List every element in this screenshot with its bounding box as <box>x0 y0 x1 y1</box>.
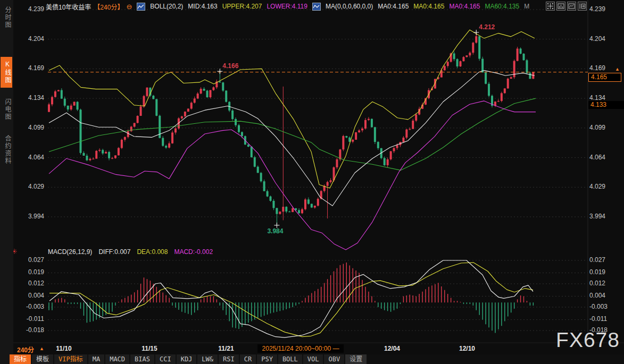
indicator-tab-VIP指标[interactable]: VIP指标 <box>54 354 87 364</box>
chart-application: 分时图K线图闪电图合约资料 美债10年收益率 【240分】 ⊖ BOLL(20,… <box>0 0 624 364</box>
price-axis-label-left: 4.099 <box>13 124 44 131</box>
last-price-tag[interactable]: 4.165 <box>588 73 621 82</box>
price-axis-label-left: 4.064 <box>13 154 44 161</box>
ma-value-2: MA0:4.165 <box>449 3 480 10</box>
price-axis-label-right: 4.099 <box>589 124 605 131</box>
macd-axis-label-right: 0.027 <box>589 256 605 264</box>
indicator-tab-模板[interactable]: 模板 <box>32 354 53 364</box>
indicator-tab-OBV[interactable]: OBV <box>324 354 344 364</box>
price-axis-label-left: 4.239 <box>13 5 44 13</box>
boll-lower-value: LOWER:4.119 <box>267 3 307 10</box>
indicator-header: 美债10年收益率 【240分】 ⊖ BOLL(20,2) MID:4.163 U… <box>46 2 529 11</box>
price-chart-canvas[interactable] <box>0 0 624 364</box>
time-axis: 240分 ▲ 2025/11/24 20:00~00:00 — 11/1011/… <box>0 343 624 354</box>
symbol-title: 美债10年收益率 <box>46 2 91 11</box>
period-expand-icon[interactable]: ▲ <box>39 346 44 351</box>
crosshair-date-label: 2025/11/24 20:00~00:00 — <box>257 344 344 353</box>
macd-axis-label-right: 0.012 <box>589 280 605 287</box>
price-axis-label-left: 4.029 <box>13 183 44 190</box>
price-axis-label-left: 3.994 <box>13 213 44 220</box>
chart-toolbar <box>546 2 587 11</box>
indicator-tab-CR[interactable]: CR <box>240 354 256 364</box>
switch-pane-icon[interactable] <box>567 2 576 11</box>
indicator-tab-BOLL[interactable]: BOLL <box>278 354 302 364</box>
header-suffix: M <box>524 3 529 10</box>
ma-value-0: MA0:4.165 <box>378 3 409 10</box>
boll-chart-icon <box>137 3 145 11</box>
time-axis-label: 11/15 <box>142 345 157 352</box>
indicator-tab-PSY[interactable]: PSY <box>257 354 277 364</box>
boll-mid-line <box>49 71 535 206</box>
macd-axis-label-right: 0.004 <box>589 292 605 299</box>
macd-axis-label-right: -0.011 <box>589 315 607 323</box>
macd-axis-label-left: 0.019 <box>13 268 44 276</box>
indicator-tab-MA[interactable]: MA <box>88 354 104 364</box>
macd-label: MACD(26,12,9) <box>48 248 92 256</box>
price-axis-label-right: 4.029 <box>589 183 605 190</box>
indicator-tab-设置[interactable]: 设置 <box>345 354 367 364</box>
indicator-tab-指标[interactable]: 指标 <box>10 354 31 364</box>
macd-axis-label-right: 0.019 <box>589 268 605 276</box>
macd-diff-value: DIFF:0.007 <box>98 248 130 256</box>
time-axis-label: 11/21 <box>218 345 234 352</box>
macd-axis-label-left: 0.012 <box>13 280 44 287</box>
ma-label: MA(0,0,0,60,0,0) <box>326 3 373 10</box>
ma-values: MA0:4.165MA0:4.165MA0:4.165MA60:4.135 <box>378 3 519 10</box>
sidebar-tab-合约资料[interactable]: 合约资料 <box>1 131 12 168</box>
macd-header: MACD(26,12,9) DIFF:0.007 DEA:0.008 MACD:… <box>48 248 213 256</box>
sidebar-tab-分时图[interactable]: 分时图 <box>1 3 12 32</box>
price-axis-label-right: 3.994 <box>589 213 605 220</box>
ma60-line <box>49 98 536 170</box>
time-axis-label: 12/10 <box>459 345 475 352</box>
sidebar: 分时图K线图闪电图合约资料 <box>0 0 13 364</box>
price-up-arrow-icon: ▲ <box>615 66 620 72</box>
sidebar-tab-闪电图[interactable]: 闪电图 <box>1 95 12 124</box>
boll-mid-value: MID:4.163 <box>188 3 217 10</box>
collapse-indicator-icon[interactable]: ⊖ <box>126 3 132 11</box>
indicator-tab-BIAS[interactable]: BIAS <box>130 354 154 364</box>
macd-dea-value: DEA:0.008 <box>137 248 168 256</box>
time-axis-label: 12/04 <box>384 345 400 352</box>
boll-lower-line <box>49 101 536 250</box>
macd-diff-line <box>49 260 533 337</box>
period-badge[interactable]: 【240分】 <box>94 2 123 11</box>
ma-value-3: MA60:4.135 <box>485 3 519 10</box>
brand-watermark: FX678 <box>556 328 620 352</box>
macd-axis-label-left: -0.011 <box>13 315 44 323</box>
high-price-annotation: 4.212 <box>479 23 495 31</box>
time-axis-label: 11/10 <box>56 345 71 352</box>
price-axis-label-right: 4.204 <box>589 35 605 43</box>
macd-axis-label-left: -0.003 <box>13 303 44 310</box>
collapse-right-panel-icon[interactable] <box>578 2 587 11</box>
indicator-tab-CCI[interactable]: CCI <box>155 354 176 364</box>
add-indicator-pane-icon[interactable] <box>556 2 565 11</box>
high-price-annotation: 4.166 <box>222 62 238 70</box>
macd-axis-label-right: -0.003 <box>589 303 608 310</box>
macd-value: MACD:-0.002 <box>174 248 213 256</box>
candlestick-series <box>48 32 534 225</box>
indicator-tab-RSI[interactable]: RSI <box>219 354 239 364</box>
gridlines <box>13 0 624 343</box>
price-axis-label-right: 4.239 <box>589 5 605 13</box>
price-axis-label-right: 4.169 <box>589 64 605 72</box>
macd-axis-label-left: 0.027 <box>13 256 44 264</box>
indicator-tab-LW&[interactable]: LW& <box>197 354 218 364</box>
ma60-price-tag: 4.133 <box>588 101 624 109</box>
crosshair-tool-icon[interactable] <box>546 2 555 11</box>
indicator-tab-VOL[interactable]: VOL <box>303 354 323 364</box>
extreme-markers <box>217 30 479 228</box>
indicator-tab-KDJ[interactable]: KDJ <box>177 354 197 364</box>
sidebar-tab-K线图[interactable]: K线图 <box>1 57 12 88</box>
period-label[interactable]: 240分 <box>17 345 34 354</box>
macd-axis-label-left: 0.004 <box>13 292 44 299</box>
price-axis-label-left: 4.169 <box>13 64 44 72</box>
price-axis-label-right: 4.064 <box>589 154 605 161</box>
boll-upper-value: UPPER:4.207 <box>222 3 262 10</box>
macd-axis-label-left: -0.018 <box>13 326 44 334</box>
price-axis-label-left: 4.134 <box>13 94 44 101</box>
indicator-tabbar: 指标模板VIP指标MAMACDBIASCCIKDJLW&RSICRPSYBOLL… <box>10 354 624 364</box>
indicator-tab-MACD[interactable]: MACD <box>105 354 129 364</box>
ma-value-1: MA0:4.165 <box>413 3 444 10</box>
boll-label: BOLL(20,2) <box>150 3 183 10</box>
ma-chart-icon <box>312 3 321 11</box>
